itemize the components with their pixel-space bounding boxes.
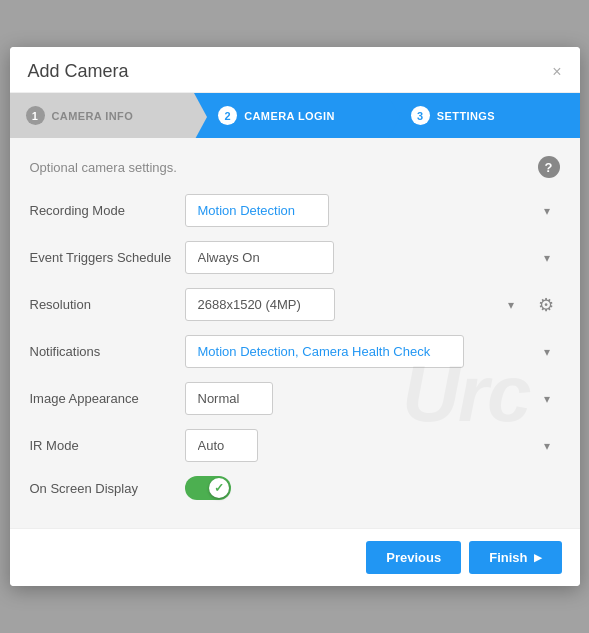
resolution-wrap: 2688x1520 (4MP) 1920x1080 (2MP) 1280x720…	[185, 288, 560, 321]
step2-label: CAMERA LOGIN	[244, 110, 335, 122]
modal-header: Add Camera ×	[10, 47, 580, 93]
notifications-select[interactable]: Motion Detection, Camera Health Check Mo…	[185, 335, 464, 368]
previous-button[interactable]: Previous	[366, 541, 461, 574]
help-icon[interactable]: ?	[538, 156, 560, 178]
event-triggers-label: Event Triggers Schedule	[30, 250, 185, 265]
notifications-label: Notifications	[30, 344, 185, 359]
toggle-wrap: ✓	[185, 476, 231, 500]
event-triggers-select-wrapper: Always On Custom Schedule	[185, 241, 560, 274]
toggle-knob: ✓	[209, 478, 229, 498]
on-screen-display-row: On Screen Display ✓	[30, 476, 560, 500]
recording-mode-select[interactable]: Motion Detection Always On Off Schedule	[185, 194, 329, 227]
modal-footer: Previous Finish	[10, 528, 580, 586]
recording-mode-row: Recording Mode Motion Detection Always O…	[30, 194, 560, 227]
on-screen-display-wrap: ✓	[185, 476, 560, 500]
step2-num: 2	[218, 106, 237, 125]
ir-mode-label: IR Mode	[30, 438, 185, 453]
resolution-select[interactable]: 2688x1520 (4MP) 1920x1080 (2MP) 1280x720…	[185, 288, 335, 321]
image-appearance-row: Image Appearance Normal Vivid Natural	[30, 382, 560, 415]
resolution-select-wrapper: 2688x1520 (4MP) 1920x1080 (2MP) 1280x720…	[185, 288, 524, 321]
event-triggers-row: Event Triggers Schedule Always On Custom…	[30, 241, 560, 274]
modal-body: Optional camera settings. ? Recording Mo…	[10, 138, 580, 528]
resolution-label: Resolution	[30, 297, 185, 312]
optional-text: Optional camera settings.	[30, 160, 177, 175]
step1-arrow	[194, 93, 207, 138]
resolution-row: Resolution 2688x1520 (4MP) 1920x1080 (2M…	[30, 288, 560, 321]
step2-arrow	[387, 93, 400, 138]
recording-mode-label: Recording Mode	[30, 203, 185, 218]
on-screen-display-label: On Screen Display	[30, 481, 185, 496]
ir-mode-row: IR Mode Auto On Off	[30, 429, 560, 462]
optional-row: Optional camera settings. ?	[30, 156, 560, 178]
ir-mode-wrap: Auto On Off	[185, 429, 560, 462]
notifications-row: Notifications Motion Detection, Camera H…	[30, 335, 560, 368]
image-appearance-label: Image Appearance	[30, 391, 185, 406]
modal-title: Add Camera	[28, 61, 129, 82]
event-triggers-wrap: Always On Custom Schedule	[185, 241, 560, 274]
step-settings[interactable]: 3 SETTINGS	[387, 93, 580, 138]
add-camera-modal: Add Camera × 1 CAMERA INFO 2 CAMERA LOGI…	[10, 47, 580, 586]
gear-icon[interactable]: ⚙	[532, 291, 560, 319]
ir-mode-select-wrapper: Auto On Off	[185, 429, 560, 462]
notifications-select-wrapper: Motion Detection, Camera Health Check Mo…	[185, 335, 560, 368]
event-triggers-select[interactable]: Always On Custom Schedule	[185, 241, 334, 274]
step3-label: SETTINGS	[437, 110, 495, 122]
close-button[interactable]: ×	[552, 64, 561, 80]
check-icon: ✓	[214, 481, 224, 495]
finish-button[interactable]: Finish	[469, 541, 561, 574]
image-appearance-select-wrapper: Normal Vivid Natural	[185, 382, 560, 415]
image-appearance-select[interactable]: Normal Vivid Natural	[185, 382, 273, 415]
recording-mode-select-wrapper: Motion Detection Always On Off Schedule	[185, 194, 560, 227]
step1-num: 1	[26, 106, 45, 125]
step-camera-login[interactable]: 2 CAMERA LOGIN	[194, 93, 387, 138]
step1-label: CAMERA INFO	[52, 110, 134, 122]
recording-mode-wrap: Motion Detection Always On Off Schedule	[185, 194, 560, 227]
modal-overlay: Add Camera × 1 CAMERA INFO 2 CAMERA LOGI…	[0, 0, 589, 633]
on-screen-display-toggle[interactable]: ✓	[185, 476, 231, 500]
image-appearance-wrap: Normal Vivid Natural	[185, 382, 560, 415]
notifications-wrap: Motion Detection, Camera Health Check Mo…	[185, 335, 560, 368]
step3-num: 3	[411, 106, 430, 125]
steps-bar: 1 CAMERA INFO 2 CAMERA LOGIN 3 SETTINGS	[10, 93, 580, 138]
step-camera-info[interactable]: 1 CAMERA INFO	[10, 93, 195, 138]
modal-body-inner: Optional camera settings. ? Recording Mo…	[30, 156, 560, 500]
ir-mode-select[interactable]: Auto On Off	[185, 429, 258, 462]
